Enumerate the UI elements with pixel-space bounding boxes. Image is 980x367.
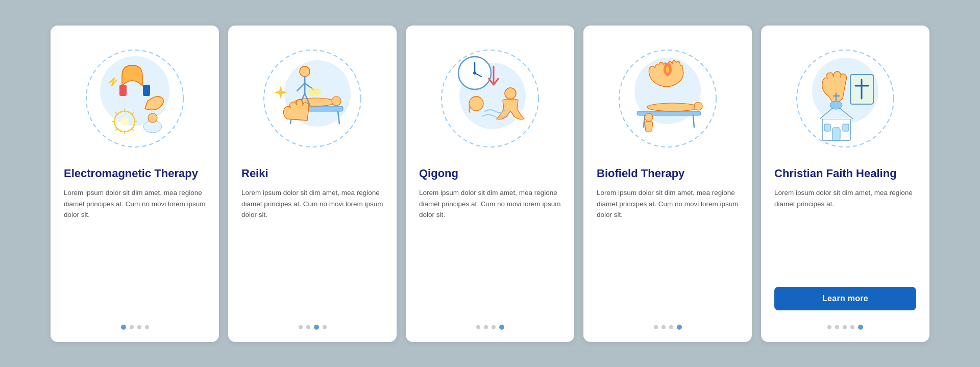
svg-line-43 <box>693 115 694 128</box>
illustration-christian <box>774 40 916 157</box>
card-qigong-title: Qigong <box>419 166 458 181</box>
card-reiki-title: Reiki <box>241 166 268 181</box>
card-christian-dots <box>774 325 916 330</box>
card-christian-title: Christian Faith Healing <box>774 166 897 181</box>
card-biofield-body: Lorem ipsum dolor sit dim amet, mea regi… <box>597 187 739 314</box>
dot[interactable] <box>835 325 839 329</box>
card-electromagnetic-title: Electromagnetic Therapy <box>64 166 198 181</box>
svg-point-59 <box>830 101 842 109</box>
svg-point-38 <box>469 96 483 111</box>
dot[interactable] <box>843 325 847 329</box>
dot[interactable] <box>499 325 504 330</box>
card-qigong-body: Lorem ipsum dolor sit dim amet, mea regi… <box>419 187 561 314</box>
dot[interactable] <box>492 325 496 329</box>
dot[interactable] <box>827 325 831 329</box>
illustration-biofield <box>597 40 739 157</box>
svg-rect-3 <box>143 85 150 96</box>
dot[interactable] <box>669 325 673 329</box>
card-qigong-dots <box>419 325 561 330</box>
dot[interactable] <box>145 325 149 329</box>
cards-container: Electromagnetic Therapy Lorem ipsum dolo… <box>30 10 950 357</box>
dot[interactable] <box>314 325 319 330</box>
svg-point-45 <box>694 102 702 110</box>
dot[interactable] <box>654 325 658 329</box>
card-christian-body: Lorem ipsum dolor sit dim amet, mea regi… <box>774 187 916 282</box>
dot[interactable] <box>850 325 854 329</box>
dot[interactable] <box>323 325 327 329</box>
svg-rect-56 <box>832 128 840 140</box>
svg-point-23 <box>300 66 310 77</box>
dot[interactable] <box>299 325 303 329</box>
card-electromagnetic-body: Lorem ipsum dolor sit dim amet, mea regi… <box>64 187 206 314</box>
dot[interactable] <box>476 325 480 329</box>
card-qigong: Qigong Lorem ipsum dolor sit dim amet, m… <box>406 26 574 342</box>
card-reiki: Reiki Lorem ipsum dolor sit dim amet, me… <box>228 26 397 342</box>
card-biofield: Biofield Therapy Lorem ipsum dolor sit d… <box>583 26 752 342</box>
svg-point-29 <box>307 88 321 96</box>
svg-point-37 <box>505 88 516 99</box>
card-biofield-dots <box>597 325 739 330</box>
svg-rect-58 <box>843 124 849 131</box>
card-reiki-dots <box>241 325 383 330</box>
dot[interactable] <box>121 325 126 330</box>
svg-point-13 <box>120 117 129 126</box>
dot[interactable] <box>306 325 310 329</box>
dot[interactable] <box>130 325 134 329</box>
card-reiki-body: Lorem ipsum dolor sit dim amet, mea regi… <box>241 187 383 314</box>
dot[interactable] <box>677 325 682 330</box>
dot[interactable] <box>484 325 488 329</box>
svg-point-22 <box>332 96 341 106</box>
dot[interactable] <box>137 325 141 329</box>
illustration-reiki <box>241 40 383 157</box>
card-biofield-title: Biofield Therapy <box>597 166 684 181</box>
dot[interactable] <box>858 325 863 330</box>
svg-point-15 <box>148 113 157 123</box>
dot[interactable] <box>662 325 666 329</box>
card-electromagnetic: Electromagnetic Therapy Lorem ipsum dolo… <box>51 26 219 342</box>
card-christian: Christian Faith Healing Lorem ipsum dolo… <box>761 26 929 342</box>
svg-rect-57 <box>824 124 830 131</box>
illustration-qigong <box>419 40 561 157</box>
svg-point-46 <box>645 113 653 121</box>
illustration-electromagnetic <box>64 40 206 157</box>
learn-more-button[interactable]: Learn more <box>774 287 916 310</box>
svg-rect-2 <box>119 85 127 96</box>
svg-point-44 <box>647 103 698 111</box>
card-electromagnetic-dots <box>64 325 206 330</box>
